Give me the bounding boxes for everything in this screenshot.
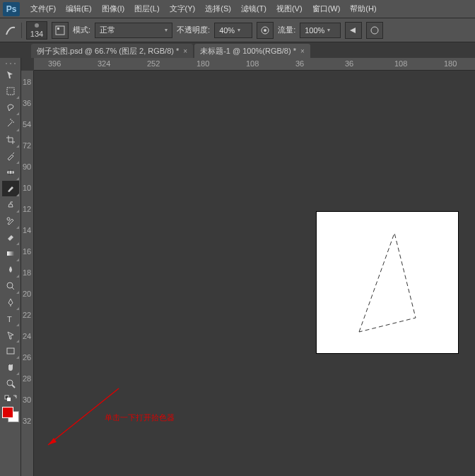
current-tool-icon bbox=[4, 24, 17, 37]
rectangle-tool[interactable] bbox=[2, 343, 19, 359]
blur-tool[interactable] bbox=[2, 262, 19, 278]
menu-layer[interactable]: 图层(L) bbox=[129, 1, 164, 17]
marquee-tool[interactable] bbox=[2, 83, 19, 99]
ruler-tick: 12 bbox=[23, 205, 31, 213]
menu-view[interactable]: 视图(V) bbox=[271, 1, 307, 17]
ruler-tick: 30 bbox=[23, 395, 31, 404]
menu-help[interactable]: 帮助(H) bbox=[345, 1, 381, 17]
ruler-tick: 108 bbox=[394, 59, 407, 68]
ruler-tick: 252 bbox=[147, 59, 160, 68]
close-icon[interactable]: × bbox=[183, 47, 187, 55]
history-brush-tool[interactable] bbox=[2, 213, 19, 229]
chevron-down-icon: ▾ bbox=[165, 27, 168, 33]
document-tab[interactable]: 未标题-1 @ 100%(RGB/8) * × bbox=[194, 44, 310, 58]
svg-rect-8 bbox=[7, 88, 14, 95]
ruler-tick: 54 bbox=[23, 120, 31, 129]
foreground-color-swatch[interactable] bbox=[2, 407, 13, 418]
eyedropper-tool[interactable] bbox=[2, 148, 19, 164]
document-tabs: 例子实图.psd @ 66.7% (图层 2, RGB/8) * × 未标题-1… bbox=[0, 42, 475, 58]
svg-point-7 bbox=[14, 63, 16, 64]
annotation-text: 单击一下打开拾色器 bbox=[105, 412, 175, 423]
dodge-tool[interactable] bbox=[2, 278, 19, 294]
toolbox: T bbox=[0, 58, 21, 476]
menu-type[interactable]: 文字(Y) bbox=[165, 1, 201, 17]
color-swatches bbox=[2, 407, 19, 422]
flow-value: 100% bbox=[305, 26, 324, 35]
options-bar: 134 模式: 正常 ▾ 不透明度: 40% ▾ 流量: 100% ▾ bbox=[0, 18, 475, 42]
menu-window[interactable]: 窗口(W) bbox=[307, 1, 346, 17]
menu-filter[interactable]: 滤镜(T) bbox=[236, 1, 271, 17]
eraser-tool[interactable] bbox=[2, 230, 19, 245]
hand-tool[interactable] bbox=[2, 359, 19, 375]
menu-image[interactable]: 图像(I) bbox=[97, 1, 129, 17]
type-tool[interactable]: T bbox=[2, 311, 19, 326]
opacity-label: 不透明度: bbox=[177, 25, 210, 35]
ruler-tick: 26 bbox=[23, 353, 31, 362]
svg-point-4 bbox=[371, 27, 378, 34]
ruler-tick: 108 bbox=[246, 59, 259, 68]
zoom-tool[interactable] bbox=[2, 376, 19, 391]
menu-edit[interactable]: 编辑(E) bbox=[61, 1, 97, 17]
close-icon[interactable]: × bbox=[300, 47, 305, 55]
gradient-tool[interactable] bbox=[2, 246, 19, 261]
svg-text:T: T bbox=[7, 315, 12, 323]
pen-tool[interactable] bbox=[2, 294, 19, 310]
brush-tool[interactable] bbox=[2, 181, 19, 196]
ruler-tick: 36 bbox=[295, 59, 304, 68]
clone-stamp-tool[interactable] bbox=[2, 197, 19, 213]
handle-grip[interactable] bbox=[2, 61, 19, 66]
chevron-down-icon: ▾ bbox=[238, 27, 240, 33]
canvas-viewport[interactable]: 单击一下打开拾色器 bbox=[34, 71, 475, 476]
content-row: 18 36 54 72 90 10 12 14 16 18 20 22 24 2… bbox=[21, 71, 475, 476]
opacity-value: 40% bbox=[219, 26, 235, 35]
svg-point-3 bbox=[264, 29, 266, 32]
swap-default-colors[interactable] bbox=[2, 392, 19, 402]
ruler-tick: 90 bbox=[23, 162, 31, 171]
airbrush-toggle[interactable] bbox=[345, 22, 362, 39]
ruler-tick: 22 bbox=[23, 311, 31, 319]
ruler-tick: 180 bbox=[197, 59, 209, 68]
svg-rect-0 bbox=[56, 26, 64, 35]
app-logo: Ps bbox=[3, 2, 20, 16]
brush-preset-picker[interactable]: 134 bbox=[26, 21, 47, 40]
separator bbox=[21, 23, 22, 38]
svg-rect-9 bbox=[7, 171, 14, 174]
svg-rect-17 bbox=[7, 398, 11, 401]
ruler-tick: 32 bbox=[23, 417, 31, 425]
path-selection-tool[interactable] bbox=[2, 327, 19, 343]
ruler-tick: 14 bbox=[23, 226, 31, 234]
horizontal-ruler: 396 324 252 180 108 36 36 108 180 bbox=[34, 58, 475, 71]
svg-point-6 bbox=[10, 63, 11, 64]
svg-point-10 bbox=[7, 218, 10, 220]
blend-mode-dropdown[interactable]: 正常 ▾ bbox=[95, 23, 172, 38]
crop-tool[interactable] bbox=[2, 132, 19, 148]
size-pressure-toggle[interactable] bbox=[366, 22, 383, 39]
canvas[interactable] bbox=[317, 212, 458, 353]
brush-size-value: 134 bbox=[30, 30, 43, 38]
brush-panel-toggle[interactable] bbox=[52, 22, 69, 39]
move-tool[interactable] bbox=[2, 67, 19, 83]
ruler-tick: 24 bbox=[23, 332, 31, 340]
svg-rect-11 bbox=[7, 251, 14, 256]
menu-bar: Ps 文件(F) 编辑(E) 图像(I) 图层(L) 文字(Y) 选择(S) 滤… bbox=[0, 0, 475, 18]
ruler-tick: 16 bbox=[23, 247, 31, 256]
flow-dropdown[interactable]: 100% ▾ bbox=[300, 23, 341, 38]
flow-label: 流量: bbox=[278, 25, 295, 35]
blend-mode-value: 正常 bbox=[100, 25, 115, 35]
svg-point-5 bbox=[6, 63, 7, 64]
ruler-tick: 28 bbox=[23, 374, 31, 383]
opacity-pressure-toggle[interactable] bbox=[257, 22, 274, 39]
document-tab[interactable]: 例子实图.psd @ 66.7% (图层 2, RGB/8) * × bbox=[31, 44, 193, 58]
svg-point-15 bbox=[7, 380, 13, 386]
opacity-dropdown[interactable]: 40% ▾ bbox=[214, 23, 252, 38]
chevron-down-icon: ▾ bbox=[327, 27, 330, 33]
menu-file[interactable]: 文件(F) bbox=[25, 1, 61, 17]
menu-select[interactable]: 选择(S) bbox=[200, 1, 236, 17]
main-area: T 396 324 252 180 108 36 36 108 180 18 3… bbox=[0, 58, 475, 476]
lasso-tool[interactable] bbox=[2, 100, 19, 115]
magic-wand-tool[interactable] bbox=[2, 116, 19, 131]
healing-brush-tool[interactable] bbox=[2, 165, 19, 180]
svg-rect-14 bbox=[7, 348, 14, 354]
ruler-tick: 324 bbox=[98, 59, 110, 68]
document-area: 396 324 252 180 108 36 36 108 180 18 36 … bbox=[21, 58, 475, 476]
